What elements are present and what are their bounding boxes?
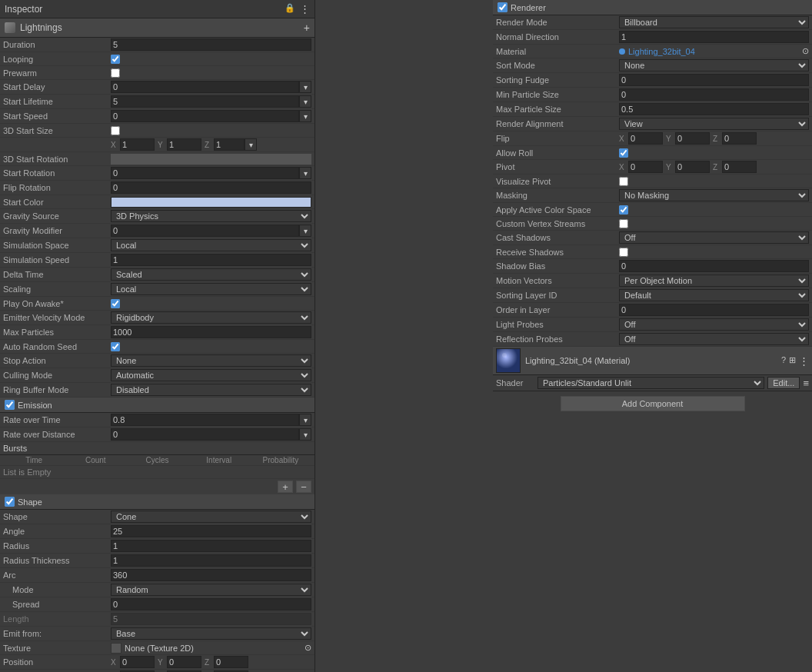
select-sort-mode[interactable]: None	[619, 59, 809, 72]
material-help-icon[interactable]: ?	[781, 355, 786, 367]
arrow-start-rotation[interactable]: ▾	[299, 167, 311, 179]
emission-checkbox[interactable]	[5, 400, 15, 410]
input-pivot-x[interactable]	[628, 161, 663, 173]
select-emitter-velocity[interactable]: Rigidbody	[111, 311, 311, 324]
texture-menu-icon[interactable]: ⊙	[304, 643, 311, 653]
input-duration[interactable]	[111, 38, 311, 51]
label-radius: Radius	[3, 541, 111, 551]
input-start-delay[interactable]	[111, 81, 299, 93]
select-sorting-layer-id[interactable]: Default	[619, 289, 809, 301]
input-start-speed[interactable]	[111, 110, 299, 122]
input-rate-over-distance[interactable]	[111, 428, 299, 441]
input-radius-thickness[interactable]	[111, 554, 311, 567]
input-y-size[interactable]	[167, 138, 201, 151]
burst-remove-button[interactable]: −	[296, 481, 311, 493]
input-normal-direction[interactable]	[619, 31, 809, 43]
select-emit-from[interactable]: Base	[111, 627, 311, 640]
select-reflection-probes[interactable]: Off	[619, 333, 809, 345]
label-emitter-velocity: Emitter Velocity Mode	[3, 313, 111, 322]
input-pivot-z[interactable]	[722, 161, 757, 173]
arrow-start-speed[interactable]: ▾	[299, 110, 311, 122]
input-pivot-y[interactable]	[675, 161, 710, 173]
input-pos-z[interactable]	[214, 656, 248, 668]
checkbox-auto-random-seed[interactable]	[111, 342, 120, 351]
select-motion-vectors[interactable]: Per Object Motion	[619, 274, 809, 287]
shader-select[interactable]: Particles/Standard Unlit	[537, 377, 764, 389]
add-component-button[interactable]: Add Component	[561, 396, 745, 411]
select-masking[interactable]: No Masking	[619, 189, 809, 201]
select-gravity-source[interactable]: 3D Physics	[111, 210, 311, 222]
input-angle[interactable]	[111, 525, 311, 537]
input-flip-z[interactable]	[722, 132, 757, 145]
input-pos-y[interactable]	[167, 656, 201, 668]
arrow-gravity-modifier[interactable]: ▾	[299, 225, 311, 237]
select-cast-shadows[interactable]: Off	[619, 231, 809, 244]
add-component-header-button[interactable]: +	[304, 22, 310, 34]
input-rate-over-time[interactable]	[111, 414, 299, 426]
input-spread[interactable]	[111, 598, 311, 610]
lock-icon[interactable]: 🔒	[285, 3, 295, 15]
material-value[interactable]: Lighting_32bit_04	[628, 47, 695, 56]
input-sorting-fudge[interactable]	[619, 74, 809, 86]
checkbox-receive-shadows[interactable]	[619, 248, 628, 257]
select-shape[interactable]: Cone	[111, 511, 311, 523]
input-x-size[interactable]	[120, 138, 155, 151]
shader-label: Shader	[496, 378, 534, 388]
menu-icon[interactable]: ⋮	[300, 3, 310, 15]
shader-edit-button[interactable]: Edit...	[767, 377, 800, 389]
select-mode[interactable]: Random	[111, 584, 311, 596]
arrow-start-lifetime[interactable]: ▾	[299, 95, 311, 108]
input-max-particle-size[interactable]	[619, 103, 809, 115]
input-pos-x[interactable]	[120, 656, 155, 668]
select-render-mode[interactable]: Billboard	[619, 16, 809, 28]
checkbox-visualize-pivot[interactable]	[619, 177, 628, 186]
input-length[interactable]	[111, 613, 311, 625]
arrow-z-size[interactable]: ▾	[245, 138, 257, 151]
input-start-rotation[interactable]	[111, 167, 299, 179]
select-culling-mode[interactable]: Automatic	[111, 369, 311, 381]
checkbox-looping[interactable]	[111, 55, 120, 64]
shape-section-header[interactable]: Shape	[0, 494, 314, 510]
checkbox-prewarm[interactable]	[111, 68, 120, 78]
input-start-lifetime[interactable]	[111, 95, 299, 108]
shader-list-icon[interactable]: ≡	[803, 378, 809, 389]
input-arc[interactable]	[111, 569, 311, 581]
select-delta-time[interactable]: Scaled	[111, 268, 311, 281]
select-scaling-mode[interactable]: Local	[111, 283, 311, 295]
select-render-alignment[interactable]: View	[619, 118, 809, 130]
burst-add-button[interactable]: +	[278, 481, 293, 493]
input-flip-rotation[interactable]	[111, 181, 311, 194]
input-gravity-modifier[interactable]	[111, 225, 299, 237]
input-order-in-layer[interactable]	[619, 304, 809, 316]
input-flip-y[interactable]	[675, 132, 710, 145]
label-sorting-fudge: Sorting Fudge	[496, 75, 619, 85]
select-light-probes[interactable]: Off	[619, 318, 809, 331]
arrow-rate-over-distance[interactable]: ▾	[299, 428, 311, 441]
select-ring-buffer-mode[interactable]: Disabled	[111, 384, 311, 396]
select-simulation-space[interactable]: Local	[111, 239, 311, 251]
checkbox-play-on-awake[interactable]	[111, 299, 120, 308]
select-stop-action[interactable]: None	[111, 354, 311, 367]
emission-section-header[interactable]: Emission	[0, 398, 314, 413]
material-menu-icon[interactable]: ⊙	[802, 46, 809, 56]
input-min-particle-size[interactable]	[619, 88, 809, 101]
input-shadow-bias[interactable]	[619, 260, 809, 272]
input-radius[interactable]	[111, 540, 311, 552]
input-simulation-speed[interactable]	[111, 254, 311, 266]
checkbox-apply-color-space[interactable]	[619, 205, 628, 215]
material-expand-icon[interactable]: ⊞	[789, 355, 796, 367]
input-z-size[interactable]	[214, 138, 245, 151]
input-flip-x[interactable]	[628, 132, 663, 145]
arrow-rate-over-time[interactable]: ▾	[299, 414, 311, 426]
arrow-start-delay[interactable]: ▾	[299, 81, 311, 93]
checkbox-3d-start-size[interactable]	[111, 126, 120, 135]
renderer-checkbox[interactable]	[498, 2, 508, 12]
checkbox-custom-vertex-streams[interactable]	[619, 219, 628, 228]
shape-checkbox[interactable]	[5, 497, 15, 507]
material-menu-dots-icon[interactable]: ⋮	[799, 355, 809, 367]
value-duration[interactable]	[111, 38, 311, 51]
color-swatch-start[interactable]	[111, 197, 311, 208]
input-max-particles[interactable]	[111, 326, 311, 338]
checkbox-allow-roll[interactable]	[619, 148, 628, 158]
renderer-section-header[interactable]: Renderer	[493, 0, 812, 15]
